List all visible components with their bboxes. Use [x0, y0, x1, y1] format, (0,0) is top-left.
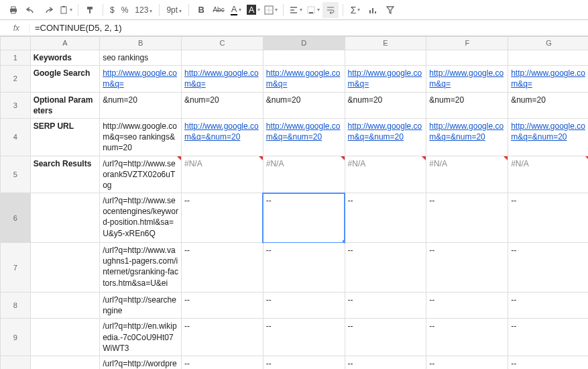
- cell-F4[interactable]: http://www.google.com&q=&num=20: [426, 118, 508, 156]
- cell-G6[interactable]: --: [508, 193, 588, 243]
- bold-button[interactable]: B: [193, 2, 209, 18]
- cell-B1[interactable]: seo rankings: [100, 50, 182, 66]
- cell-C2[interactable]: http://www.google.com&q=: [181, 66, 263, 92]
- cell-E1[interactable]: [345, 50, 426, 66]
- cell-C5[interactable]: #N/A: [181, 156, 263, 193]
- cell-A4[interactable]: SERP URL: [30, 118, 100, 156]
- column-header-B[interactable]: B: [100, 37, 182, 50]
- link[interactable]: http://www.google.com&q=&num=20: [348, 121, 422, 142]
- font-size-button[interactable]: 9pt▾: [164, 5, 184, 15]
- cell-G8[interactable]: --: [508, 293, 588, 319]
- filter-button[interactable]: [382, 2, 398, 18]
- cell-B9[interactable]: /url?q=http://en.wikipedia.-7c0CoU9Ht07W…: [100, 319, 182, 356]
- cell-E8[interactable]: --: [345, 293, 426, 319]
- cell-D5[interactable]: #N/A: [263, 156, 345, 193]
- cell-C8[interactable]: --: [181, 293, 263, 319]
- cell-B6[interactable]: /url?q=http://www.seocentengines/keyword…: [100, 193, 182, 243]
- cell-C10[interactable]: --: [181, 356, 263, 370]
- cell-D2[interactable]: http://www.google.com&q=: [263, 66, 345, 92]
- cell-B7[interactable]: /url?q=http://www.vaughns1-pagers.com/in…: [100, 243, 182, 293]
- cell-E6[interactable]: --: [345, 193, 426, 243]
- currency-button[interactable]: $: [107, 5, 117, 15]
- cell-A9[interactable]: [30, 319, 100, 356]
- cell-G1[interactable]: [508, 50, 588, 66]
- chart-button[interactable]: [365, 2, 381, 18]
- link[interactable]: http://www.google.com&q=: [511, 68, 585, 89]
- column-header-E[interactable]: E: [345, 37, 426, 50]
- cell-F10[interactable]: --: [426, 356, 508, 370]
- cell-C9[interactable]: --: [181, 319, 263, 356]
- fill-color-button[interactable]: A▾: [245, 2, 261, 18]
- cell-A5[interactable]: Search Results: [30, 156, 100, 193]
- cell-C6[interactable]: --: [181, 193, 263, 243]
- cell-G4[interactable]: http://www.google.com&q=&num=20: [508, 118, 588, 156]
- column-header-C[interactable]: C: [181, 37, 263, 50]
- row-header-8[interactable]: 8: [1, 293, 31, 319]
- cell-C1[interactable]: [181, 50, 263, 66]
- undo-icon[interactable]: [23, 2, 39, 18]
- cell-A6[interactable]: [30, 193, 100, 243]
- cell-D7[interactable]: --: [263, 243, 345, 293]
- cell-D3[interactable]: &num=20: [263, 92, 345, 118]
- paint-format-icon[interactable]: [82, 2, 99, 18]
- cell-F6[interactable]: --: [426, 193, 508, 243]
- cell-B3[interactable]: &num=20: [100, 92, 182, 118]
- cell-E2[interactable]: http://www.google.com&q=: [345, 66, 426, 92]
- functions-button[interactable]: Σ▾: [347, 2, 363, 18]
- cell-F8[interactable]: --: [426, 293, 508, 319]
- row-header-5[interactable]: 5: [1, 156, 31, 193]
- row-header-7[interactable]: 7: [1, 243, 31, 293]
- link[interactable]: http://www.google.com&q=&num=20: [429, 121, 504, 142]
- cell-B2[interactable]: http://www.google.com&q=: [100, 66, 182, 92]
- cell-D1[interactable]: [263, 50, 345, 66]
- cell-G3[interactable]: &num=20: [508, 92, 588, 118]
- cell-E5[interactable]: #N/A: [345, 156, 426, 193]
- link[interactable]: http://www.google.com&q=&num=20: [511, 121, 585, 142]
- cell-F1[interactable]: [426, 50, 508, 66]
- cell-A1[interactable]: Keywords: [30, 50, 100, 66]
- number-format-button[interactable]: 123▾: [132, 5, 155, 15]
- cell-G7[interactable]: --: [508, 243, 588, 293]
- cell-A2[interactable]: Google Search: [30, 66, 100, 92]
- formula-input[interactable]: =CONTINUE(D5, 2, 1): [30, 20, 588, 36]
- cell-C4[interactable]: http://www.google.com&q=&num=20: [181, 118, 263, 156]
- cell-A3[interactable]: Optional Parameters: [30, 92, 100, 118]
- row-header-3[interactable]: 3: [1, 92, 31, 118]
- link[interactable]: http://www.google.com&q=&num=20: [266, 121, 341, 142]
- column-header-D[interactable]: D: [263, 37, 345, 50]
- cell-A8[interactable]: [30, 293, 100, 319]
- cell-E3[interactable]: &num=20: [345, 92, 426, 118]
- cell-F5[interactable]: #N/A: [426, 156, 508, 193]
- row-header-6[interactable]: 6: [1, 193, 31, 243]
- cell-F3[interactable]: &num=20: [426, 92, 508, 118]
- cell-G10[interactable]: --: [508, 356, 588, 370]
- cell-D4[interactable]: http://www.google.com&q=&num=20: [263, 118, 345, 156]
- link[interactable]: http://www.google.com&q=: [266, 68, 341, 89]
- cell-G2[interactable]: http://www.google.com&q=: [508, 66, 588, 92]
- column-header-A[interactable]: A: [30, 37, 100, 50]
- borders-button[interactable]: ▾: [263, 2, 279, 18]
- paste-icon[interactable]: ▾: [58, 2, 74, 18]
- strike-button[interactable]: Abc: [211, 2, 227, 18]
- valign-button[interactable]: ▾: [305, 2, 321, 18]
- cell-E9[interactable]: --: [345, 319, 426, 356]
- link[interactable]: http://www.google.com&q=&num=20: [184, 121, 259, 142]
- cell-F7[interactable]: --: [426, 243, 508, 293]
- column-header-F[interactable]: F: [426, 37, 508, 50]
- link[interactable]: http://www.google.com&q=: [348, 68, 422, 89]
- cell-D6[interactable]: --: [263, 193, 345, 243]
- cell-D9[interactable]: --: [263, 319, 345, 356]
- select-all-corner[interactable]: [1, 37, 31, 50]
- cell-A7[interactable]: [30, 243, 100, 293]
- print-icon[interactable]: [5, 2, 21, 18]
- link[interactable]: http://www.google.com&q=: [429, 68, 504, 89]
- cell-A10[interactable]: [30, 356, 100, 370]
- cell-B8[interactable]: /url?q=http://searchengine: [100, 293, 182, 319]
- cell-G5[interactable]: #N/A: [508, 156, 588, 193]
- link[interactable]: http://www.google.com&q=: [103, 68, 177, 89]
- row-header-4[interactable]: 4: [1, 118, 31, 156]
- row-header-1[interactable]: 1: [1, 50, 31, 66]
- cell-G9[interactable]: --: [508, 319, 588, 356]
- redo-icon[interactable]: [40, 2, 56, 18]
- link[interactable]: http://www.google.com&q=: [184, 68, 259, 89]
